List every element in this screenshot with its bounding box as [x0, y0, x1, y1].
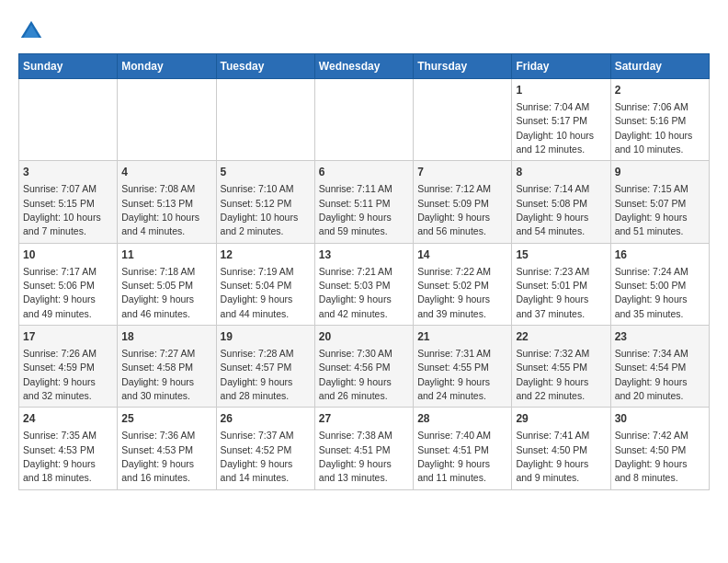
calendar-cell [19, 79, 118, 161]
calendar-cell [414, 79, 512, 161]
weekday-tuesday: Tuesday [216, 54, 314, 79]
day-number: 21 [417, 329, 507, 345]
day-info: Sunrise: 7:22 AM Sunset: 5:02 PM Dayligh… [417, 266, 491, 319]
calendar-cell: 21Sunrise: 7:31 AM Sunset: 4:55 PM Dayli… [414, 326, 512, 408]
calendar-cell: 25Sunrise: 7:36 AM Sunset: 4:53 PM Dayli… [118, 408, 216, 489]
day-number: 12 [221, 247, 311, 263]
day-info: Sunrise: 7:36 AM Sunset: 4:53 PM Dayligh… [121, 430, 195, 483]
day-number: 1 [516, 83, 606, 98]
day-info: Sunrise: 7:18 AM Sunset: 5:05 PM Dayligh… [121, 266, 195, 319]
day-number: 26 [221, 411, 311, 427]
day-number: 25 [121, 411, 211, 427]
day-number: 24 [23, 411, 113, 427]
calendar-cell: 18Sunrise: 7:27 AM Sunset: 4:58 PM Dayli… [118, 326, 216, 408]
calendar-cell: 4Sunrise: 7:08 AM Sunset: 5:13 PM Daylig… [118, 161, 216, 243]
day-info: Sunrise: 7:31 AM Sunset: 4:55 PM Dayligh… [417, 348, 491, 401]
calendar-cell [118, 79, 216, 161]
calendar-cell: 8Sunrise: 7:14 AM Sunset: 5:08 PM Daylig… [512, 161, 610, 243]
calendar-header: SundayMondayTuesdayWednesdayThursdayFrid… [19, 54, 710, 79]
day-number: 13 [319, 247, 409, 263]
weekday-header-row: SundayMondayTuesdayWednesdayThursdayFrid… [19, 54, 710, 79]
calendar-cell: 6Sunrise: 7:11 AM Sunset: 5:11 PM Daylig… [314, 161, 413, 243]
day-number: 19 [221, 329, 311, 345]
day-info: Sunrise: 7:24 AM Sunset: 5:00 PM Dayligh… [615, 266, 688, 319]
calendar-cell: 14Sunrise: 7:22 AM Sunset: 5:02 PM Dayli… [414, 243, 512, 325]
calendar-week-3: 10Sunrise: 7:17 AM Sunset: 5:06 PM Dayli… [19, 243, 710, 325]
calendar-cell: 9Sunrise: 7:15 AM Sunset: 5:07 PM Daylig… [610, 161, 709, 243]
day-number: 22 [516, 329, 606, 345]
calendar-cell: 24Sunrise: 7:35 AM Sunset: 4:53 PM Dayli… [19, 408, 118, 489]
day-number: 7 [417, 165, 507, 180]
calendar-cell: 3Sunrise: 7:07 AM Sunset: 5:15 PM Daylig… [19, 161, 118, 243]
day-number: 2 [615, 83, 705, 98]
logo-icon [18, 18, 44, 44]
calendar-week-5: 24Sunrise: 7:35 AM Sunset: 4:53 PM Dayli… [19, 408, 710, 489]
day-number: 9 [615, 165, 705, 180]
day-info: Sunrise: 7:21 AM Sunset: 5:03 PM Dayligh… [319, 266, 392, 319]
weekday-thursday: Thursday [414, 54, 512, 79]
weekday-wednesday: Wednesday [314, 54, 413, 79]
weekday-sunday: Sunday [19, 54, 118, 79]
day-info: Sunrise: 7:11 AM Sunset: 5:11 PM Dayligh… [319, 183, 392, 236]
calendar-cell: 16Sunrise: 7:24 AM Sunset: 5:00 PM Dayli… [610, 243, 709, 325]
day-number: 16 [615, 247, 705, 263]
day-number: 28 [417, 411, 507, 427]
calendar-cell: 12Sunrise: 7:19 AM Sunset: 5:04 PM Dayli… [216, 243, 314, 325]
calendar-cell: 20Sunrise: 7:30 AM Sunset: 4:56 PM Dayli… [314, 326, 413, 408]
day-info: Sunrise: 7:28 AM Sunset: 4:57 PM Dayligh… [221, 348, 294, 401]
calendar-cell: 28Sunrise: 7:40 AM Sunset: 4:51 PM Dayli… [414, 408, 512, 489]
day-info: Sunrise: 7:07 AM Sunset: 5:15 PM Dayligh… [23, 183, 101, 236]
calendar-cell: 15Sunrise: 7:23 AM Sunset: 5:01 PM Dayli… [512, 243, 610, 325]
day-number: 23 [615, 329, 705, 345]
day-number: 30 [615, 411, 705, 427]
day-info: Sunrise: 7:42 AM Sunset: 4:50 PM Dayligh… [615, 430, 688, 483]
calendar-cell: 5Sunrise: 7:10 AM Sunset: 5:12 PM Daylig… [216, 161, 314, 243]
weekday-monday: Monday [118, 54, 216, 79]
calendar-cell: 23Sunrise: 7:34 AM Sunset: 4:54 PM Dayli… [610, 326, 709, 408]
calendar-cell [314, 79, 413, 161]
calendar-cell: 30Sunrise: 7:42 AM Sunset: 4:50 PM Dayli… [610, 408, 709, 489]
day-info: Sunrise: 7:32 AM Sunset: 4:55 PM Dayligh… [516, 348, 589, 401]
day-number: 15 [516, 247, 606, 263]
day-number: 8 [516, 165, 606, 180]
logo [18, 18, 48, 44]
page-header [18, 18, 710, 44]
calendar-cell: 17Sunrise: 7:26 AM Sunset: 4:59 PM Dayli… [19, 326, 118, 408]
calendar-cell: 1Sunrise: 7:04 AM Sunset: 5:17 PM Daylig… [512, 79, 610, 161]
calendar-cell: 13Sunrise: 7:21 AM Sunset: 5:03 PM Dayli… [314, 243, 413, 325]
calendar-cell: 26Sunrise: 7:37 AM Sunset: 4:52 PM Dayli… [216, 408, 314, 489]
calendar-week-1: 1Sunrise: 7:04 AM Sunset: 5:17 PM Daylig… [19, 79, 710, 161]
day-info: Sunrise: 7:19 AM Sunset: 5:04 PM Dayligh… [221, 266, 294, 319]
calendar-week-4: 17Sunrise: 7:26 AM Sunset: 4:59 PM Dayli… [19, 326, 710, 408]
calendar-cell [216, 79, 314, 161]
weekday-saturday: Saturday [610, 54, 709, 79]
day-info: Sunrise: 7:17 AM Sunset: 5:06 PM Dayligh… [23, 266, 97, 319]
day-info: Sunrise: 7:04 AM Sunset: 5:17 PM Dayligh… [516, 101, 594, 155]
day-info: Sunrise: 7:37 AM Sunset: 4:52 PM Dayligh… [221, 430, 294, 483]
day-info: Sunrise: 7:35 AM Sunset: 4:53 PM Dayligh… [23, 430, 97, 483]
day-info: Sunrise: 7:23 AM Sunset: 5:01 PM Dayligh… [516, 266, 589, 319]
day-number: 14 [417, 247, 507, 263]
day-info: Sunrise: 7:10 AM Sunset: 5:12 PM Dayligh… [221, 183, 299, 236]
calendar-cell: 27Sunrise: 7:38 AM Sunset: 4:51 PM Dayli… [314, 408, 413, 489]
day-number: 10 [23, 247, 113, 263]
day-info: Sunrise: 7:26 AM Sunset: 4:59 PM Dayligh… [23, 348, 97, 401]
day-number: 17 [23, 329, 113, 345]
day-info: Sunrise: 7:38 AM Sunset: 4:51 PM Dayligh… [319, 430, 392, 483]
calendar-week-2: 3Sunrise: 7:07 AM Sunset: 5:15 PM Daylig… [19, 161, 710, 243]
calendar-cell: 22Sunrise: 7:32 AM Sunset: 4:55 PM Dayli… [512, 326, 610, 408]
day-info: Sunrise: 7:08 AM Sunset: 5:13 PM Dayligh… [121, 183, 199, 236]
weekday-friday: Friday [512, 54, 610, 79]
day-number: 27 [319, 411, 409, 427]
day-info: Sunrise: 7:14 AM Sunset: 5:08 PM Dayligh… [516, 183, 589, 236]
day-number: 29 [516, 411, 606, 427]
day-info: Sunrise: 7:41 AM Sunset: 4:50 PM Dayligh… [516, 430, 589, 483]
day-number: 4 [121, 165, 211, 180]
calendar-cell: 11Sunrise: 7:18 AM Sunset: 5:05 PM Dayli… [118, 243, 216, 325]
calendar-cell: 10Sunrise: 7:17 AM Sunset: 5:06 PM Dayli… [19, 243, 118, 325]
day-number: 3 [23, 165, 113, 180]
calendar-table: SundayMondayTuesdayWednesdayThursdayFrid… [18, 53, 710, 490]
day-info: Sunrise: 7:34 AM Sunset: 4:54 PM Dayligh… [615, 348, 688, 401]
calendar-cell: 2Sunrise: 7:06 AM Sunset: 5:16 PM Daylig… [610, 79, 709, 161]
day-info: Sunrise: 7:12 AM Sunset: 5:09 PM Dayligh… [417, 183, 491, 236]
